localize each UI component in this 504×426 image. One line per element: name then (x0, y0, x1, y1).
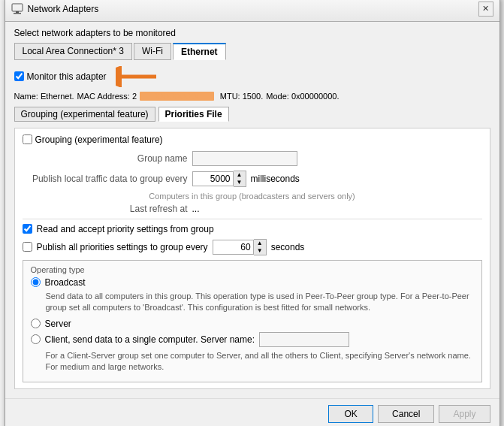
publish-priority-down[interactable]: ▼ (254, 247, 266, 255)
publish-priority-row: Publish all priorities settings to group… (23, 239, 482, 255)
publish-spinner-up[interactable]: ▲ (234, 171, 246, 179)
adapter-tabs: Local Area Connection* 3 Wi-Fi Ethernet (14, 43, 490, 60)
publish-spinner: ▲ ▼ (192, 171, 246, 187)
orange-arrow-icon (116, 66, 157, 87)
group-name-input[interactable] (192, 151, 297, 166)
grouping-checkbox[interactable] (23, 134, 32, 144)
broadcast-description: Send data to all computers in this group… (46, 291, 474, 314)
ok-button[interactable]: OK (328, 405, 373, 423)
read-priority-label: Read and accept priority settings from g… (37, 224, 214, 234)
read-priority-row: Read and accept priority settings from g… (23, 224, 482, 234)
computers-note: Computers in this group (broadcasters an… (23, 192, 482, 201)
tab-ethernet[interactable]: Ethernet (173, 43, 226, 60)
radio-server-label: Server (45, 319, 71, 329)
group-name-row: Group name (23, 151, 482, 166)
publish-priority-input[interactable] (213, 240, 254, 255)
svg-rect-0 (12, 4, 23, 11)
read-priority-checkbox[interactable] (23, 224, 32, 234)
radio-broadcast[interactable] (31, 277, 41, 287)
title-bar: Network Adapters ✕ (5, 0, 499, 22)
adapter-mode: Mode: 0x00000000. (266, 92, 339, 101)
dialog-body: Select network adapters to be monitored … (5, 22, 499, 399)
grouping-label: Grouping (experimental feature) (35, 134, 163, 145)
publish-priority-checkbox[interactable] (23, 242, 32, 252)
radio-broadcast-label: Broadcast (45, 277, 86, 288)
publish-priority-label: Publish all priorities settings to group… (37, 242, 208, 252)
publish-spinner-down[interactable]: ▼ (234, 179, 246, 186)
tab-local[interactable]: Local Area Connection* 3 (14, 43, 132, 60)
server-name-input[interactable] (259, 332, 349, 347)
radio-server[interactable] (31, 319, 41, 328)
group-box: Grouping (experimental feature) Group na… (14, 128, 490, 390)
tab-wifi[interactable]: Wi-Fi (134, 43, 171, 60)
last-refresh-row: Last refresh at ... (23, 204, 482, 214)
close-button[interactable]: ✕ (478, 2, 493, 17)
grouping-feature-row: Grouping (experimental feature) (23, 134, 482, 145)
mac-redacted: XXXXXXXX (140, 92, 214, 101)
network-adapters-dialog: Network Adapters ✕ Select network adapte… (5, 0, 500, 426)
publish-priority-unit: seconds (271, 242, 305, 252)
title-bar-left: Network Adapters (11, 3, 99, 15)
publish-traffic-label: Publish local traffic data to group ever… (23, 174, 188, 184)
client-description: For a Client-Server group set one comput… (46, 350, 474, 373)
publish-priority-up[interactable]: ▲ (254, 240, 266, 247)
svg-rect-2 (14, 13, 21, 14)
optype-legend: Operating type (31, 265, 474, 274)
network-icon (11, 3, 23, 15)
title-text: Network Adapters (28, 4, 99, 14)
publish-priority-spinner: ▲ ▼ (213, 239, 267, 255)
operating-type-box: Operating type Broadcast Send data to al… (23, 260, 482, 383)
monitor-checkbox-label[interactable]: Monitor this adapter (14, 71, 107, 82)
subtab-priorities[interactable]: Priorities File (158, 107, 229, 122)
radio-client-label: Client, send data to a single computer. … (45, 334, 255, 345)
publish-unit: milliseconds (251, 174, 300, 184)
adapter-name: Name: Ethernet. (14, 92, 74, 101)
adapter-info: Name: Ethernet. MAC Address: 2 XXXXXXXX … (14, 92, 490, 101)
radio-client-row: Client, send data to a single computer. … (31, 332, 474, 347)
dialog-footer: OK Cancel Apply (5, 398, 499, 426)
last-refresh-value: ... (192, 204, 200, 214)
subtab-grouping[interactable]: Grouping (experimental feature) (14, 107, 155, 122)
radio-server-row: Server (31, 319, 474, 329)
last-refresh-label: Last refresh at (23, 204, 188, 214)
radio-broadcast-row: Broadcast (31, 277, 474, 288)
monitor-row: Monitor this adapter (14, 66, 490, 87)
publish-spinner-btns: ▲ ▼ (234, 171, 246, 187)
monitor-checkbox[interactable] (14, 71, 24, 81)
group-name-label: Group name (23, 153, 188, 164)
publish-traffic-row: Publish local traffic data to group ever… (23, 171, 482, 187)
select-label: Select network adapters to be monitored (14, 28, 490, 38)
mac-prefix: MAC Address: 2 (77, 92, 137, 101)
sub-tabs: Grouping (experimental feature) Prioriti… (14, 107, 490, 122)
separator1 (23, 219, 482, 219)
svg-rect-1 (16, 11, 19, 13)
publish-value-input[interactable] (192, 171, 234, 186)
apply-button[interactable]: Apply (439, 405, 490, 423)
radio-client[interactable] (31, 334, 41, 344)
adapter-mtu: MTU: 1500. (220, 92, 263, 101)
publish-priority-btns: ▲ ▼ (254, 239, 267, 255)
cancel-button[interactable]: Cancel (378, 405, 434, 423)
